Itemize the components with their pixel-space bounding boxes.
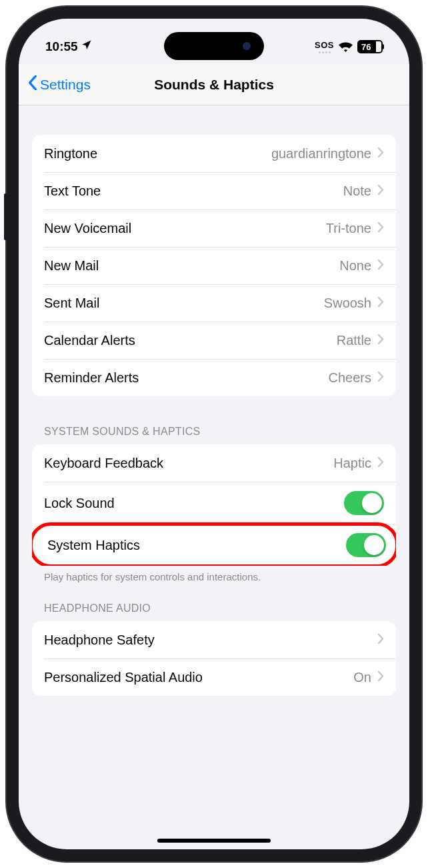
- section-system: SYSTEM SOUNDS & HAPTICS Keyboard Feedbac…: [32, 426, 396, 582]
- chevron-left-icon: [28, 75, 37, 93]
- chevron-right-icon: [378, 260, 384, 272]
- phone-frame: 10:55 SOS 76: [7, 7, 421, 861]
- row-label: Keyboard Feedback: [44, 456, 163, 471]
- row-label: Personalized Spatial Audio: [44, 670, 203, 685]
- row-label: New Voicemail: [44, 221, 131, 236]
- status-left: 10:55: [45, 39, 92, 54]
- row-label: Text Tone: [44, 183, 101, 199]
- section-sounds: Ringtone guardianringtone Text Tone Note…: [32, 135, 396, 396]
- row-keyboard-feedback[interactable]: Keyboard Feedback Haptic: [32, 444, 396, 482]
- row-label: New Mail: [44, 258, 99, 274]
- chevron-right-icon: [378, 457, 384, 470]
- nav-bar: Settings Sounds & Haptics: [19, 64, 409, 105]
- row-value: None: [339, 258, 371, 274]
- cellular-sos: SOS: [315, 40, 334, 53]
- row-lock-sound: Lock Sound: [32, 482, 396, 524]
- row-label: System Haptics: [47, 538, 140, 553]
- chevron-right-icon: [378, 334, 384, 347]
- row-value: guardianringtone: [271, 146, 371, 161]
- chevron-right-icon: [378, 634, 384, 646]
- section-footer-system: Play haptics for system controls and int…: [32, 566, 396, 582]
- chevron-right-icon: [378, 147, 384, 160]
- row-label: Lock Sound: [44, 496, 115, 511]
- row-value: Rattle: [337, 333, 371, 348]
- row-value: Tri-tone: [326, 221, 371, 236]
- chevron-right-icon: [378, 185, 384, 197]
- list-sounds: Ringtone guardianringtone Text Tone Note…: [32, 135, 396, 396]
- back-button[interactable]: Settings: [19, 75, 91, 93]
- row-label: Headphone Safety: [44, 632, 155, 648]
- row-sound-setting[interactable]: Sent Mail Swoosh: [32, 284, 396, 322]
- row-headphone-safety[interactable]: Headphone Safety: [32, 621, 396, 659]
- sos-label: SOS: [315, 40, 334, 50]
- section-header-headphone: HEADPHONE AUDIO: [32, 602, 396, 621]
- battery-indicator: 76: [357, 40, 383, 53]
- chevron-right-icon: [378, 671, 384, 684]
- page-title: Sounds & Haptics: [154, 77, 274, 93]
- row-sound-setting[interactable]: Text Tone Note: [32, 172, 396, 209]
- row-sound-setting[interactable]: Calendar Alerts Rattle: [32, 322, 396, 359]
- row-value: Haptic: [333, 456, 371, 471]
- row-value: Swoosh: [324, 296, 371, 311]
- row-label: Reminder Alerts: [44, 370, 139, 386]
- row-label: Ringtone: [44, 146, 97, 161]
- section-headphone: HEADPHONE AUDIO Headphone Safety Persona…: [32, 602, 396, 696]
- list-headphone: Headphone Safety Personalized Spatial Au…: [32, 621, 396, 696]
- row-system-haptics: System Haptics: [32, 522, 396, 566]
- row-sound-setting[interactable]: New Voicemail Tri-tone: [32, 209, 396, 247]
- back-label: Settings: [40, 77, 91, 93]
- status-time: 10:55: [45, 39, 78, 54]
- row-value: Cheers: [329, 370, 371, 386]
- chevron-right-icon: [378, 297, 384, 310]
- content[interactable]: Ringtone guardianringtone Text Tone Note…: [19, 105, 409, 849]
- list-system: Keyboard Feedback Haptic Lock Sound Syst…: [32, 444, 396, 566]
- home-indicator[interactable]: [157, 839, 271, 843]
- system-haptics-toggle[interactable]: [346, 533, 386, 557]
- row-label: Sent Mail: [44, 296, 99, 311]
- row-sound-setting[interactable]: Reminder Alerts Cheers: [32, 359, 396, 396]
- row-spatial-audio[interactable]: Personalized Spatial Audio On: [32, 659, 396, 696]
- screen: 10:55 SOS 76: [19, 19, 409, 849]
- section-header-system: SYSTEM SOUNDS & HAPTICS: [32, 426, 396, 444]
- status-right: SOS 76: [315, 40, 383, 53]
- wifi-icon: [339, 41, 353, 52]
- location-services-icon: [81, 39, 92, 54]
- battery-level: 76: [359, 42, 381, 52]
- row-sound-setting[interactable]: New Mail None: [32, 247, 396, 284]
- chevron-right-icon: [378, 372, 384, 384]
- row-value: On: [353, 670, 371, 685]
- row-sound-setting[interactable]: Ringtone guardianringtone: [32, 135, 396, 172]
- dynamic-island: [164, 32, 264, 60]
- row-value: Note: [343, 183, 371, 199]
- row-label: Calendar Alerts: [44, 333, 135, 348]
- lock-sound-toggle[interactable]: [344, 491, 384, 515]
- chevron-right-icon: [378, 222, 384, 235]
